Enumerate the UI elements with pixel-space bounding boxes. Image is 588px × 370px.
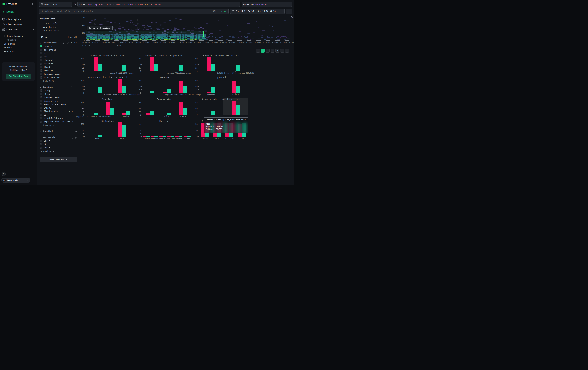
inlier-bar[interactable] xyxy=(236,105,240,115)
inlier-bar[interactable] xyxy=(167,89,171,93)
filter-checkbox-item[interactable]: click xyxy=(40,92,77,96)
inlier-bar[interactable] xyxy=(126,111,130,115)
filter-group-name[interactable]: StatusCode xyxy=(43,136,69,139)
search-icon[interactable] xyxy=(71,86,73,88)
inlier-bar[interactable] xyxy=(179,136,182,137)
filter-group-name[interactable]: ServiceName xyxy=(43,41,61,44)
filter-checkbox-item[interactable]: flagd xyxy=(40,65,77,69)
clear-all-filters-button[interactable]: Clear all xyxy=(67,36,77,39)
outlier-bar[interactable] xyxy=(207,57,211,71)
checkbox-unchecked[interactable] xyxy=(40,147,42,149)
sidebar-item-search[interactable]: Search xyxy=(0,9,37,14)
inlier-bar[interactable] xyxy=(98,87,102,93)
date-range-picker[interactable]: Sep 14 22:04:35 - Sep 15 10:04:35 xyxy=(230,9,284,14)
source-select[interactable]: Demo Traces xyxy=(39,2,72,7)
preset-clickhouse[interactable]: ClickHouse xyxy=(0,42,37,46)
outlier-bar[interactable] xyxy=(159,136,163,137)
filter-checkbox-item[interactable]: GET xyxy=(40,113,77,117)
outlier-bar[interactable] xyxy=(151,136,154,137)
inlier-bar[interactable] xyxy=(236,65,240,71)
filter-checkbox-item[interactable]: change xyxy=(40,89,77,92)
select-columns-input[interactable]: SELECT Timestamp, ServiceName, StatusCod… xyxy=(77,2,240,7)
outlier-bar[interactable] xyxy=(231,100,236,115)
sidebar-item-dashboards[interactable]: Dashboards xyxy=(0,27,37,32)
search-icon[interactable] xyxy=(71,136,73,138)
outlier-bar[interactable] xyxy=(207,91,211,93)
outlier-bar[interactable] xyxy=(184,136,187,137)
pagination-page-2[interactable]: 2 xyxy=(266,49,270,53)
filter-checkbox-item[interactable]: checkout xyxy=(40,58,77,62)
search-icon[interactable] xyxy=(63,42,65,44)
heatmap-selection[interactable] xyxy=(86,30,203,37)
analysis-mode-results-table[interactable]: Results Table xyxy=(40,21,77,25)
inlier-bar[interactable] xyxy=(171,136,174,137)
checkbox-checked[interactable] xyxy=(40,45,42,47)
inlier-bar[interactable] xyxy=(211,111,215,115)
inlier-bar[interactable] xyxy=(167,113,171,115)
show-more-button[interactable]: Show more xyxy=(40,79,77,83)
preset-kubernetes[interactable]: Kubernetes xyxy=(0,50,37,53)
run-query-button[interactable] xyxy=(286,9,292,14)
inlier-bar[interactable] xyxy=(154,64,158,71)
inlier-bar[interactable] xyxy=(211,64,215,71)
filter-checkbox-item[interactable]: cart xyxy=(40,55,77,59)
checkbox-unchecked[interactable] xyxy=(40,93,42,95)
inlier-bar[interactable] xyxy=(98,64,102,71)
inlier-bar[interactable] xyxy=(122,65,126,71)
checkbox-unchecked[interactable] xyxy=(40,52,42,54)
filter-checkbox-item[interactable]: EXPIRE xyxy=(40,106,77,110)
filter-checkbox-item[interactable]: Ok xyxy=(40,143,77,146)
checkbox-unchecked[interactable] xyxy=(40,143,42,145)
checkbox-unchecked[interactable] xyxy=(40,76,42,79)
checkbox-unchecked[interactable] xyxy=(40,100,42,102)
preset-services[interactable]: Services xyxy=(0,46,37,50)
create-dashboard-button[interactable]: Create Dashboard xyxy=(0,34,37,38)
outlier-bar[interactable] xyxy=(179,102,183,115)
show-more-button[interactable]: Load more xyxy=(40,150,77,153)
outlier-bar[interactable] xyxy=(94,57,98,71)
filter-checkbox-item[interactable]: eventListener.error xyxy=(40,103,77,106)
sidebar-item-chart-explorer[interactable]: Chart Explorer xyxy=(0,17,37,22)
checkbox-unchecked[interactable] xyxy=(40,56,42,58)
inlier-bar[interactable] xyxy=(179,65,183,71)
presets-toggle[interactable]: PRESETS xyxy=(0,38,37,42)
help-button[interactable]: ? xyxy=(2,172,6,176)
more-filters-button[interactable]: More filters xyxy=(40,157,77,162)
checkbox-unchecked[interactable] xyxy=(40,66,42,68)
lucene-search-input[interactable]: Search your events w/ Lucene ex. column:… xyxy=(39,9,229,14)
pagination-next-button[interactable] xyxy=(285,49,289,53)
chevron-down-icon[interactable] xyxy=(40,136,42,138)
order-by-input[interactable]: ORDER BY Timestamp DESC xyxy=(242,2,292,7)
checkbox-unchecked[interactable] xyxy=(40,103,42,105)
inlier-bar[interactable] xyxy=(187,136,191,137)
analysis-mode-event-patterns[interactable]: Event Patterns xyxy=(40,29,77,32)
pin-icon[interactable] xyxy=(75,130,77,132)
inlier-bar[interactable] xyxy=(150,91,154,93)
checkbox-unchecked[interactable] xyxy=(40,49,42,51)
pagination-prev-button[interactable] xyxy=(256,49,260,53)
checkbox-unchecked[interactable] xyxy=(40,117,42,119)
chevron-down-icon[interactable] xyxy=(40,86,42,88)
outlier-bar[interactable] xyxy=(150,57,154,71)
pagination-page-5[interactable]: 5 xyxy=(280,49,284,53)
inlier-bar[interactable] xyxy=(122,86,126,93)
chevron-right-icon[interactable] xyxy=(40,130,42,132)
outlier-bar[interactable] xyxy=(146,113,150,115)
checkbox-unchecked[interactable] xyxy=(40,110,42,112)
outlier-bar[interactable] xyxy=(118,122,122,137)
local-mode-switcher[interactable]: U Local mode xyxy=(1,178,30,183)
outlier-bar[interactable] xyxy=(175,136,179,137)
filter-checkbox-item[interactable]: documentLoad xyxy=(40,99,77,103)
inlier-bar[interactable] xyxy=(211,87,215,93)
outlier-bar[interactable] xyxy=(231,80,236,93)
pin-icon[interactable] xyxy=(75,86,77,88)
analysis-mode-event-deltas[interactable]: Event Deltas xyxy=(40,25,77,29)
filter-checkbox-item[interactable]: load-generator xyxy=(40,76,77,79)
filter-checkbox-item[interactable]: documentFetch xyxy=(40,96,77,99)
filter-group-name[interactable]: SpanKind xyxy=(43,130,73,132)
filter-checkbox-item[interactable]: ad xyxy=(40,51,77,55)
inlier-bar[interactable] xyxy=(236,86,240,93)
pagination-page-3[interactable]: 3 xyxy=(271,49,274,53)
outlier-bar[interactable] xyxy=(167,136,171,137)
outlier-bar[interactable] xyxy=(118,79,122,93)
